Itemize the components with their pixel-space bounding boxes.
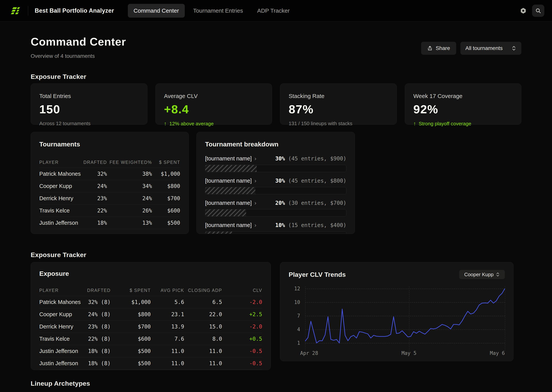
table-row: Travis Kelce 22% (8) $600 7.6 8.0 +0.5 bbox=[39, 333, 262, 345]
stat-card-stacking-rate: Stacking Rate 87% 131 / 150 lineups with… bbox=[280, 84, 397, 125]
exposure-table: PLAYER DRAFTED $ SPENT AVG PICK CLOSING … bbox=[39, 285, 262, 370]
brand-block: Best Ball Portfolio Analyzer bbox=[8, 5, 114, 16]
page-header-actions: Share All tournaments bbox=[421, 42, 521, 55]
table-row: Justin Jefferson 18% 13% $500 bbox=[39, 217, 180, 229]
exposure-row: Exposure PLAYER DRAFTED $ SPENT AVG PICK… bbox=[31, 262, 521, 370]
progress-track bbox=[205, 231, 346, 234]
chart-header: Player CLV Trends Cooper Kupp bbox=[289, 270, 505, 279]
table-row: Derrick Henry 23% 24% $700 bbox=[39, 192, 180, 205]
stat-caption: ↑ 12% above average bbox=[164, 121, 263, 127]
search-button[interactable] bbox=[532, 5, 544, 17]
stat-card-week17-coverage: Week 17 Coverage 92% ↑ Strong playoff co… bbox=[405, 84, 522, 125]
table-row: Patrick Mahones 32% (8) $1,000 5.6 6.5 -… bbox=[39, 296, 262, 308]
breakdown-item: [tournament name] › 30% (45 entries, $90… bbox=[205, 154, 346, 172]
clv-value: -0.5 bbox=[222, 360, 262, 367]
breakdown-stats: 10% (15 entries, $400) bbox=[275, 222, 346, 228]
tournament-filter-value: All tournaments bbox=[465, 45, 503, 51]
tournaments-title: Tournaments bbox=[39, 140, 180, 148]
tab-command-center[interactable]: Command Center bbox=[128, 4, 185, 18]
main-content: Command Center Overview of 4 tournaments… bbox=[0, 21, 552, 392]
gear-icon bbox=[520, 7, 527, 14]
tables-row: Tournaments PLAYER DRAFTED FEE WEIGHTED%… bbox=[31, 132, 521, 234]
table-row: Justin Jefferson 18% (8) $500 11.0 11.0 … bbox=[39, 345, 262, 357]
tournament-filter-select[interactable]: All tournaments bbox=[460, 42, 521, 55]
clv-line-svg bbox=[305, 289, 505, 343]
breakdown-list: [tournament name] › 30% (45 entries, $90… bbox=[205, 154, 346, 234]
chevron-right-icon: › bbox=[254, 155, 256, 162]
stat-caption: ↑ Strong playoff coverage bbox=[414, 121, 513, 127]
stat-value: 150 bbox=[39, 102, 139, 116]
page-subtitle: Overview of 4 tournaments bbox=[31, 53, 126, 59]
breakdown-item: [tournament name] › 30% (45 entries, $80… bbox=[205, 177, 346, 194]
progress-track bbox=[205, 209, 346, 217]
tournament-link[interactable]: [tournament name] › bbox=[205, 200, 256, 206]
stat-card-average-clv: Average CLV +8.4 ↑ 12% above average bbox=[155, 84, 272, 125]
progress-fill bbox=[205, 187, 255, 194]
section-exposure-tracker-2: Exposure Tracker bbox=[31, 251, 521, 259]
table-row: Travis Kelce 22% 26% $600 bbox=[39, 205, 180, 217]
tournament-breakdown-card: Tournament breakdown [tournament name] ›… bbox=[196, 132, 355, 234]
stat-label: Stacking Rate bbox=[289, 93, 388, 99]
stat-caption: Across 12 tournaments bbox=[39, 121, 139, 126]
exposure-title: Exposure bbox=[39, 270, 262, 277]
breakdown-stats: 30% (45 entries, $800) bbox=[275, 178, 346, 184]
page-title: Command Center bbox=[31, 35, 126, 48]
table-header-row: PLAYER DRAFTED $ SPENT AVG PICK CLOSING … bbox=[39, 285, 262, 296]
progress-fill bbox=[205, 210, 246, 216]
stat-value: 87% bbox=[289, 102, 388, 116]
up-arrow-icon: ↑ bbox=[164, 121, 167, 127]
stat-value: +8.4 bbox=[164, 102, 263, 116]
breakdown-stats: 20% (30 entries, $700) bbox=[275, 200, 346, 206]
y-axis: 12 10 7 4 1 bbox=[289, 289, 300, 343]
breakdown-title: Tournament breakdown bbox=[205, 140, 346, 148]
section-lineup-archetypes: Lineup Archetypes bbox=[31, 380, 521, 387]
chevron-up-down-icon bbox=[511, 45, 516, 51]
nav-divider bbox=[28, 6, 28, 15]
progress-fill bbox=[205, 231, 232, 234]
search-icon bbox=[535, 8, 541, 14]
tournament-link[interactable]: [tournament name] › bbox=[205, 177, 256, 184]
clv-line bbox=[305, 289, 505, 343]
progress-track bbox=[205, 187, 346, 194]
tab-tournament-entries[interactable]: Tournament Entries bbox=[188, 4, 249, 18]
tournament-link[interactable]: [tournament name] › bbox=[205, 155, 256, 162]
chevron-up-down-icon bbox=[496, 272, 500, 277]
stat-card-total-entries: Total Entries 150 Across 12 tournaments bbox=[31, 84, 147, 125]
stat-label: Average CLV bbox=[164, 93, 263, 99]
share-button[interactable]: Share bbox=[421, 42, 456, 55]
chevron-right-icon: › bbox=[254, 222, 256, 228]
x-axis: Apr 28 May 5 May 6 bbox=[305, 350, 505, 357]
chevron-right-icon: › bbox=[254, 177, 256, 184]
command-center-page: Best Ball Portfolio Analyzer Command Cen… bbox=[0, 0, 552, 392]
stat-caption: 131 / 150 lineups with stacks bbox=[289, 121, 388, 126]
top-nav: Best Ball Portfolio Analyzer Command Cen… bbox=[0, 0, 552, 21]
player-select-value: Cooper Kupp bbox=[464, 272, 494, 278]
settings-button[interactable] bbox=[517, 5, 529, 17]
table-row: Patrick Mahones 32% 38% $1,000 bbox=[39, 168, 180, 180]
stat-label: Week 17 Coverage bbox=[414, 93, 513, 99]
stat-value: 92% bbox=[414, 102, 513, 116]
table-row: Justin Jefferson 18% (8) $500 11.0 11.0 … bbox=[39, 357, 262, 370]
table-row: Cooper Kupp 24% 34% $800 bbox=[39, 180, 180, 192]
breakdown-item: [tournament name] › 20% (30 entries, $70… bbox=[205, 199, 346, 217]
section-exposure-tracker-1: Exposure Tracker bbox=[31, 73, 521, 80]
clv-value: -2.0 bbox=[222, 299, 262, 305]
progress-track bbox=[205, 165, 346, 172]
tournament-link[interactable]: [tournament name] › bbox=[205, 222, 256, 228]
page-header-left: Command Center Overview of 4 tournaments bbox=[31, 35, 126, 59]
clv-value: -2.0 bbox=[222, 323, 262, 330]
table-row: Derrick Henry 23% (8) $700 13.9 15.0 -2.… bbox=[39, 321, 262, 333]
table-header-row: PLAYER DRAFTED FEE WEIGHTED% $ SPENT bbox=[39, 157, 180, 168]
share-upload-icon bbox=[427, 46, 433, 51]
player-select[interactable]: Cooper Kupp bbox=[459, 270, 505, 279]
progress-fill bbox=[205, 165, 257, 172]
breakdown-stats: 30% (45 entries, $900) bbox=[275, 155, 346, 162]
plot-area bbox=[305, 289, 505, 343]
clv-value: +2.5 bbox=[222, 311, 262, 318]
breakdown-item: [tournament name] › 10% (15 entries, $40… bbox=[205, 221, 346, 234]
chart-title: Player CLV Trends bbox=[289, 271, 346, 278]
share-label: Share bbox=[436, 45, 450, 51]
nav-tabs: Command Center Tournament Entries ADP Tr… bbox=[128, 4, 295, 18]
up-arrow-icon: ↑ bbox=[414, 121, 416, 127]
tab-adp-tracker[interactable]: ADP Tracker bbox=[251, 4, 296, 18]
